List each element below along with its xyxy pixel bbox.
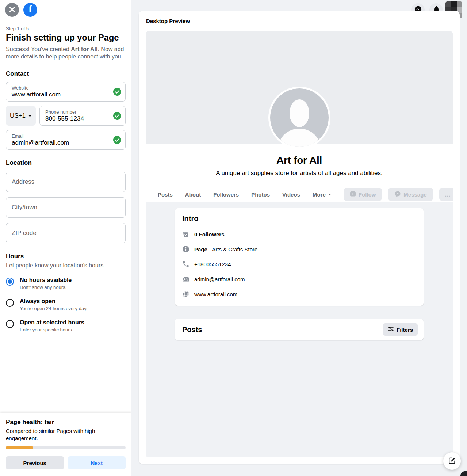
filters-button[interactable]: Filters bbox=[383, 323, 418, 336]
page-avatar-placeholder bbox=[268, 87, 330, 149]
hours-option-no-hours[interactable]: No hours available Don't show any hours. bbox=[6, 277, 126, 290]
option-label: Open at selected hours bbox=[20, 319, 84, 326]
step-indicator: Step 1 of 5 bbox=[6, 26, 126, 31]
email-value: admin@artforall.com bbox=[12, 139, 111, 146]
option-description: Enter your specific hours. bbox=[20, 327, 84, 332]
hours-option-always-open[interactable]: Always open You're open 24 hours every d… bbox=[6, 298, 126, 311]
followers-count: 0 Followers bbox=[194, 231, 225, 237]
page-tabs: Posts About Followers Photos Videos More… bbox=[146, 183, 453, 205]
tab-posts[interactable]: Posts bbox=[158, 191, 173, 198]
next-button[interactable]: Next bbox=[68, 456, 126, 469]
sidebar-footer: Page health: fair Compared to similar Pa… bbox=[0, 413, 131, 476]
page-setup-screen: f Step 1 of 5 Finish setting up your Pag… bbox=[0, 0, 467, 476]
phone-row: +18005551234 bbox=[182, 260, 416, 268]
tab-followers[interactable]: Followers bbox=[213, 191, 239, 198]
health-progress-fill bbox=[6, 446, 33, 449]
chevron-down-icon bbox=[28, 115, 32, 117]
country-code-value: US+1 bbox=[10, 112, 26, 119]
check-circle-icon bbox=[113, 112, 121, 120]
option-description: You're open 24 hours every day. bbox=[20, 306, 87, 311]
previous-button[interactable]: Previous bbox=[6, 456, 64, 469]
follow-button[interactable]: Follow bbox=[344, 188, 382, 201]
hours-heading: Hours bbox=[6, 253, 126, 260]
follow-plus-icon bbox=[350, 191, 356, 198]
country-code-select[interactable]: US+1 bbox=[6, 106, 36, 126]
intro-heading: Intro bbox=[182, 214, 416, 223]
facebook-logo-icon[interactable]: f bbox=[23, 3, 37, 17]
envelope-icon bbox=[182, 275, 190, 283]
page-health-description: Compared to similar Pages with high enga… bbox=[6, 427, 126, 442]
phone-label: Phone number bbox=[45, 109, 111, 115]
intro-website[interactable]: www.artforall.com bbox=[194, 291, 237, 297]
email-field[interactable]: Email admin@artforall.com bbox=[6, 130, 126, 150]
radio-button[interactable] bbox=[6, 299, 14, 307]
email-label: Email bbox=[12, 133, 111, 139]
page-header-band: Art for All A unique art supplies store … bbox=[146, 144, 453, 202]
page-health-title: Page health: fair bbox=[6, 419, 126, 426]
message-button[interactable]: Message bbox=[388, 188, 433, 201]
phone-field[interactable]: Phone number 800-555-1234 bbox=[39, 106, 126, 126]
followers-row: 0 Followers bbox=[182, 231, 416, 238]
compose-edit-icon bbox=[448, 457, 456, 466]
chevron-down-icon bbox=[328, 194, 331, 195]
address-input[interactable] bbox=[6, 172, 126, 192]
corner-overlay bbox=[460, 471, 467, 476]
close-icon bbox=[9, 7, 15, 14]
tab-videos[interactable]: Videos bbox=[282, 191, 300, 198]
cover-photo-placeholder bbox=[146, 31, 453, 144]
check-circle-icon bbox=[113, 136, 121, 144]
hours-option-selected-hours[interactable]: Open at selected hours Enter your specif… bbox=[6, 319, 126, 332]
sidebar-body: Step 1 of 5 Finish setting up your Page … bbox=[0, 20, 131, 413]
tab-more[interactable]: More bbox=[313, 191, 331, 198]
preview-label: Desktop Preview bbox=[139, 11, 460, 24]
filters-sliders-icon bbox=[388, 326, 394, 333]
contact-heading: Contact bbox=[6, 70, 126, 77]
tab-about[interactable]: About bbox=[185, 191, 201, 198]
page-title: Finish setting up your Page bbox=[6, 33, 126, 43]
messenger-icon bbox=[394, 191, 401, 198]
phone-row: US+1 Phone number 800-555-1234 bbox=[6, 106, 126, 126]
option-label: Always open bbox=[20, 298, 87, 305]
intro-card: Intro 0 Followers Page · Arts & Craft bbox=[175, 208, 424, 306]
hours-subtitle: Let people know your location's hours. bbox=[6, 262, 126, 269]
tab-photos[interactable]: Photos bbox=[251, 191, 270, 198]
info-icon bbox=[182, 245, 190, 253]
phone-value: 800-555-1234 bbox=[45, 115, 111, 122]
intro-text: Success! You've created Art for All. Now… bbox=[6, 46, 126, 61]
posts-card: Posts Filters bbox=[175, 319, 424, 340]
edit-page-button[interactable] bbox=[443, 452, 461, 470]
globe-icon bbox=[182, 290, 190, 298]
email-row: admin@artforall.com bbox=[182, 275, 416, 283]
posts-heading: Posts bbox=[182, 325, 202, 334]
intro-email[interactable]: admin@artforall.com bbox=[194, 276, 245, 282]
radio-button[interactable] bbox=[6, 278, 14, 286]
sidebar-header: f bbox=[0, 0, 131, 20]
followers-box-icon bbox=[182, 231, 190, 238]
ellipsis-icon: ... bbox=[445, 191, 451, 198]
preview-stage: Desktop Preview bbox=[131, 0, 467, 476]
health-progress-bar bbox=[6, 446, 126, 449]
website-label: Website bbox=[12, 85, 111, 91]
website-field[interactable]: Website www.artforall.com bbox=[6, 82, 126, 102]
website-row: www.artforall.com bbox=[182, 290, 416, 298]
intro-phone[interactable]: +18005551234 bbox=[194, 261, 231, 267]
website-value: www.artforall.com bbox=[12, 91, 111, 98]
more-options-button[interactable]: ... bbox=[439, 188, 453, 201]
close-button[interactable] bbox=[5, 3, 19, 17]
city-input[interactable] bbox=[6, 197, 126, 218]
page-description: A unique art supplies store for artists … bbox=[146, 170, 453, 177]
location-heading: Location bbox=[6, 159, 126, 167]
desktop-preview-panel: Desktop Preview bbox=[139, 11, 460, 464]
option-description: Don't show any hours. bbox=[20, 285, 72, 290]
page-type-row: Page · Arts & Crafts Store bbox=[182, 245, 416, 253]
radio-button[interactable] bbox=[6, 320, 14, 328]
page-preview: Art for All A unique art supplies store … bbox=[146, 31, 453, 457]
page-content-area: Intro 0 Followers Page · Arts & Craft bbox=[146, 202, 453, 340]
check-circle-icon bbox=[113, 88, 121, 96]
option-label: No hours available bbox=[20, 277, 72, 283]
setup-sidebar: f Step 1 of 5 Finish setting up your Pag… bbox=[0, 0, 131, 476]
zip-input[interactable] bbox=[6, 223, 126, 243]
phone-icon bbox=[182, 260, 190, 268]
